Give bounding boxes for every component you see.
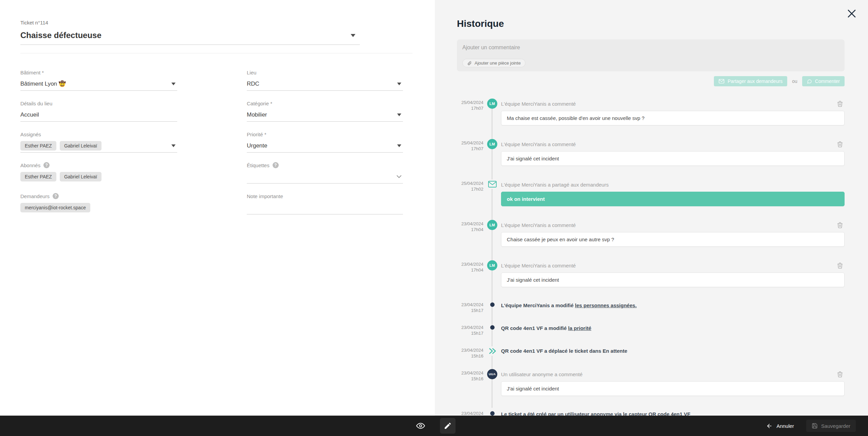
note-input[interactable] [247,201,403,214]
chevron-down-icon [171,144,176,147]
assignes-select[interactable]: Esther PAEZGabriel Leleivaï [20,139,177,153]
history-entry: 25/04/202417h07LML'équipe MerciYanis a c… [457,139,845,166]
chip[interactable]: Gabriel Leleivaï [60,172,101,181]
share-to-requesters-button[interactable]: Partager aux demandeurs [714,76,787,86]
comment-input[interactable]: Ajouter un commentaire [462,45,839,51]
comment-bubble: J'ai signalé cet incident [501,381,845,396]
avatar: LM [487,99,497,109]
entry-timestamp: 25/04/202417h07 [457,99,483,125]
delete-comment-button[interactable] [835,261,845,270]
categorie-select[interactable]: Mobilier [247,108,403,122]
abonnes-chips: Esther PAEZGabriel Leleivaï [20,172,101,181]
ticket-title: Chaisse défectueuse [20,31,101,40]
field-value: Accueil [20,111,39,118]
entry-timestamp: 23/04/202415h16 [457,409,483,416]
edit-button[interactable] [440,418,456,434]
event-text: Le ticket a été créé par un utilisateur … [501,409,845,416]
cancel-button[interactable]: Annuler [766,423,794,429]
chip[interactable]: merciyanis@iot-rocket.space [20,203,90,212]
comment-button[interactable]: Commenter [802,76,845,86]
field-value: RDC [247,81,259,87]
field-demandeurs: Demandeurs ? merciyanis@iot-rocket.space [20,193,177,214]
entry-timestamp: 23/04/202417h04 [457,260,483,287]
field-priorite: Priorité * Urgente [247,131,403,153]
priorite-select[interactable]: Urgente [247,139,403,153]
event-link[interactable]: les personnes assignées. [575,302,637,308]
field-details-lieu: Détails du lieu Accueil [20,100,177,122]
entry-timestamp: 25/04/202417h02 [457,179,483,206]
history-entry: 23/04/202415h16QR code 4en1 VF a déplacé… [457,346,845,359]
comment-bubble: J'ai signalé cet incident [501,151,845,166]
event-dot-icon [490,411,495,416]
comment-bubble: Ma chaise est cassée, possible d'en avoi… [501,111,845,125]
close-button[interactable] [844,6,859,21]
entry-timestamp: 23/04/202415h17 [457,301,483,313]
field-label: Assignés [20,131,177,138]
chip[interactable]: Esther PAEZ [20,141,56,151]
ticket-title-select[interactable]: Chaisse défectueuse [20,27,360,45]
field-abonnes: Abonnés ? Esther PAEZGabriel Leleivaï [20,162,177,184]
field-etiquettes: Étiquettes ? [247,162,403,184]
lieu-select[interactable]: RDC [247,77,403,91]
delete-comment-button[interactable] [835,220,845,230]
field-label: Étiquettes [247,162,270,168]
entry-timestamp: 23/04/202415h17 [457,324,483,336]
view-tools [413,418,456,434]
ticket-fields: Bâtiment * Bâtiment Lyon 🤠 Lieu RDC [20,69,435,224]
delete-comment-button[interactable] [835,139,845,149]
event-dot-icon [490,325,495,330]
field-label: Détails du lieu [20,100,177,107]
event-text: QR code 4en1 VF a déplacé le ticket dans… [501,346,845,354]
entry-header: L'équipe MerciYanis a partagé aux demand… [501,182,609,188]
ticket-number: Ticket n°114 [20,20,435,25]
history-entry: 25/04/202417h02L'équipe MerciYanis a par… [457,179,845,206]
preview-button[interactable] [413,418,428,434]
history-panel: Historique Ajouter un commentaire Ajoute… [435,0,868,416]
attach-file-button[interactable]: Ajouter une pièce jointe [462,59,525,67]
composer-actions: Partager aux demandeurs ou Commenter [457,76,845,86]
chip[interactable]: Esther PAEZ [20,172,56,181]
field-label: Priorité * [247,131,403,138]
arrow-left-icon [766,423,773,429]
field-note: Note importante [247,193,403,214]
entry-header: Un utilisateur anonyme a commenté [501,371,583,377]
field-lieu: Lieu RDC [247,69,403,91]
chat-icon [807,79,812,84]
delete-comment-button[interactable] [835,99,845,108]
history-entry: 23/04/202417h04LML'équipe MerciYanis a c… [457,260,845,287]
save-button[interactable]: Sauvegarder [806,420,856,432]
batiment-select[interactable]: Bâtiment Lyon 🤠 [20,77,177,91]
help-icon[interactable]: ? [273,162,279,168]
avatar: LM [487,139,497,149]
field-value: Bâtiment Lyon 🤠 [20,80,66,87]
etiquettes-select[interactable] [247,170,403,184]
demandeurs-chips: merciyanis@iot-rocket.space [20,203,90,212]
history-entry: 23/04/202415h16Le ticket a été créé par … [457,409,845,416]
chip[interactable]: Gabriel Leleivaï [60,141,101,151]
delete-comment-button[interactable] [835,369,845,379]
comment-bubble: Chaise cassée je peux en avoir une autre… [501,232,845,247]
save-icon [812,423,818,429]
field-label: Catégorie * [247,100,403,107]
chevron-down-icon [350,34,356,37]
trash-icon [836,262,844,269]
trash-icon [836,100,844,107]
field-categorie: Catégorie * Mobilier [247,100,403,122]
event-link[interactable]: la priorité [568,325,591,331]
entry-timestamp: 23/04/202415h16 [457,369,483,396]
history-entry: 23/04/202415h17QR code 4en1 VF a modifié… [457,324,845,336]
trash-icon [836,141,844,148]
help-icon[interactable]: ? [43,162,50,168]
comment-composer[interactable]: Ajouter un commentaire Ajouter une pièce… [457,39,845,71]
main-area: Ticket n°114 Chaisse défectueuse Bâtimen… [0,0,868,416]
ticket-detail-app: Ticket n°114 Chaisse défectueuse Bâtimen… [0,0,868,436]
section-divider [20,53,412,53]
history-entry: 25/04/202417h07LML'équipe MerciYanis a c… [457,99,845,125]
field-batiment: Bâtiment * Bâtiment Lyon 🤠 [20,69,177,91]
chevron-down-icon [171,83,176,85]
paperclip-icon [467,61,472,66]
entry-timestamp: 23/04/202415h16 [457,346,483,359]
help-icon[interactable]: ? [53,193,59,199]
history-entry: 23/04/202417h04LML'équipe MerciYanis a c… [457,220,845,247]
details-lieu-input[interactable]: Accueil [20,108,177,122]
